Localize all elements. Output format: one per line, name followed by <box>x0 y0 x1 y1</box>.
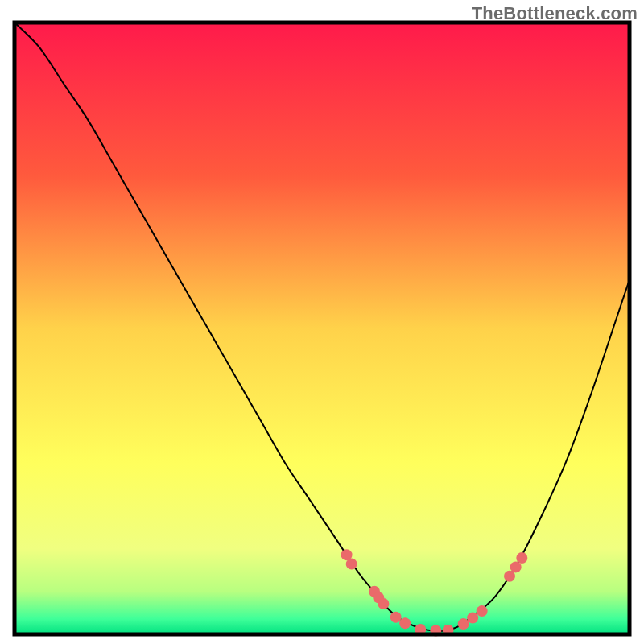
highlight-dot <box>516 552 527 564</box>
highlight-dot <box>477 605 488 617</box>
bottleneck-chart <box>0 0 644 644</box>
chart-stage: TheBottleneck.com <box>0 0 644 644</box>
highlight-dot <box>510 561 522 572</box>
highlight-dot <box>378 598 389 609</box>
highlight-dot <box>458 618 469 630</box>
highlight-dot <box>346 559 357 570</box>
highlight-dot <box>399 617 411 629</box>
chart-background <box>14 23 630 634</box>
highlight-dot <box>504 571 515 582</box>
highlight-dot <box>467 612 478 623</box>
highlight-dot <box>390 612 402 623</box>
watermark-text: TheBottleneck.com <box>472 3 638 24</box>
